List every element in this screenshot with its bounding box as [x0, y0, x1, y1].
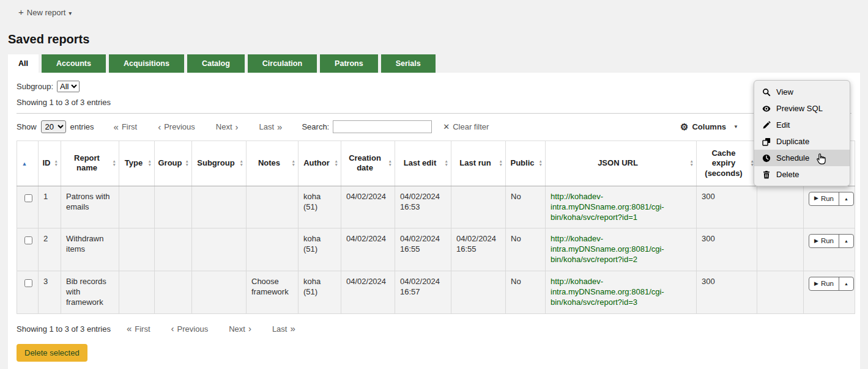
cell-cache-expiry: 300	[697, 228, 757, 271]
saved-reports-panel: Subgroup: All Showing 1 to 3 of 3 entrie…	[8, 73, 860, 369]
new-report-button[interactable]: +New report▾	[18, 8, 72, 17]
pagination-first-button[interactable]: «First	[114, 122, 138, 131]
header-report-name[interactable]: Report name▲▼	[61, 141, 119, 186]
run-menu-toggle[interactable]: ▲	[839, 277, 853, 290]
header-group[interactable]: Group▲▼	[155, 141, 192, 186]
page-length-select[interactable]: 20	[41, 120, 66, 133]
chevron-left-icon: ‹	[171, 325, 174, 332]
entries-label: entries	[70, 122, 94, 131]
cell-last-run	[451, 186, 506, 228]
run-split-button[interactable]: ▶Run▲	[809, 234, 854, 248]
header-json-url-label: JSON URL	[598, 158, 638, 167]
menu-item-delete[interactable]: Delete	[754, 166, 850, 183]
menu-item-label: Duplicate	[776, 137, 809, 146]
cell-cache-expiry: 300	[697, 271, 757, 314]
json-url-link[interactable]: http://kohadev-intra.myDNSname.org:8081/…	[551, 234, 664, 264]
tab-acquisitions[interactable]: Acquisitions	[109, 54, 184, 73]
header-public-label: Public	[510, 158, 534, 167]
menu-item-view[interactable]: View	[754, 84, 850, 100]
header-last-run[interactable]: Last run▲▼	[451, 141, 506, 186]
header-sort-column[interactable]: ▲	[17, 141, 39, 186]
delete-selected-button[interactable]: Delete selected	[17, 344, 87, 362]
toolbar-divider	[17, 113, 851, 114]
tab-accounts[interactable]: Accounts	[42, 54, 106, 73]
run-label: Run	[821, 236, 834, 246]
tab-circulation[interactable]: Circulation	[248, 54, 317, 73]
menu-item-duplicate[interactable]: Duplicate	[754, 133, 850, 150]
pagination-top: «First ‹Previous Next› Last»	[114, 122, 283, 131]
menu-item-preview-sql[interactable]: Preview SQL	[754, 100, 850, 117]
menu-item-schedule[interactable]: Schedule	[754, 150, 850, 166]
double-chevron-left-icon: «	[114, 123, 119, 131]
cell-actions: ▶Run▲	[804, 228, 855, 271]
pagination-next-button[interactable]: Next›	[229, 324, 251, 334]
trash-icon	[762, 170, 771, 179]
pagination-next-button[interactable]: Next›	[216, 122, 239, 131]
new-report-label: New report	[27, 8, 66, 17]
tab-catalog[interactable]: Catalog	[187, 54, 245, 73]
header-creation-date[interactable]: Creation date▲▼	[341, 141, 395, 186]
cell-creation-date: 04/02/2024	[341, 271, 395, 314]
header-author-label: Author	[303, 158, 330, 167]
header-author[interactable]: Author▲▼	[299, 141, 341, 186]
caret-down-icon: ▾	[69, 10, 72, 16]
row-select-checkbox[interactable]	[24, 279, 32, 287]
subgroup-label: Subgroup:	[17, 82, 53, 91]
run-split-button[interactable]: ▶Run▲	[809, 277, 854, 291]
header-public[interactable]: Public▲▼	[506, 141, 546, 186]
plus-icon: +	[18, 7, 24, 17]
header-notes[interactable]: Notes▲▼	[247, 141, 299, 186]
columns-settings-button[interactable]: ⚙ Columns ▼	[680, 122, 738, 131]
cell-report-name: Bib records with framework	[61, 271, 119, 314]
run-split-button[interactable]: ▶Run▲	[809, 192, 854, 206]
json-url-link[interactable]: http://kohadev-intra.myDNSname.org:8081/…	[551, 192, 664, 222]
clear-filter-label: Clear filter	[453, 122, 489, 131]
sort-icon: ▲▼	[499, 159, 503, 167]
pagination-last-button[interactable]: Last»	[259, 122, 283, 131]
cell-creation-date: 04/02/2024	[341, 228, 395, 271]
header-subgroup[interactable]: Subgroup▲▼	[192, 141, 247, 186]
menu-item-label: Preview SQL	[776, 104, 823, 113]
tab-serials[interactable]: Serials	[381, 54, 436, 73]
search-input[interactable]	[333, 120, 432, 133]
entries-info-bottom: Showing 1 to 3 of 3 entries	[17, 324, 111, 334]
cell-select	[17, 228, 39, 271]
clear-filter-button[interactable]: ✕ Clear filter	[443, 122, 489, 131]
menu-item-label: Schedule	[776, 153, 809, 163]
cell-subgroup	[192, 228, 247, 271]
row-select-checkbox[interactable]	[24, 194, 32, 202]
run-menu-toggle[interactable]: ▲	[839, 192, 853, 205]
cell-last-edit: 04/02/2024 16:53	[395, 186, 451, 228]
pagination-first-button[interactable]: «First	[127, 324, 150, 334]
search-control: Search:	[302, 120, 432, 133]
cell-json-url: http://kohadev-intra.myDNSname.org:8081/…	[546, 271, 697, 314]
row-select-checkbox[interactable]	[24, 236, 32, 244]
play-icon: ▶	[814, 195, 818, 202]
tab-patrons[interactable]: Patrons	[320, 54, 378, 73]
run-menu-toggle[interactable]: ▲	[839, 235, 853, 247]
cell-id: 1	[39, 186, 61, 228]
header-cache-expiry[interactable]: Cache expiry (seconds)▲▼	[697, 141, 757, 186]
pagination-last-button[interactable]: Last»	[272, 324, 295, 334]
pagination-previous-button[interactable]: ‹Previous	[158, 122, 195, 131]
tab-all[interactable]: All	[8, 54, 39, 73]
cell-select	[17, 186, 39, 228]
gear-icon: ⚙	[680, 123, 688, 131]
subgroup-filter-row: Subgroup: All	[17, 81, 851, 92]
cell-group	[155, 228, 192, 271]
table-header-row: ▲ ID▲▼ Report name▲▼ Type▲▼ Group▲▼ Subg…	[17, 141, 855, 186]
pagination-previous-button[interactable]: ‹Previous	[171, 324, 209, 334]
header-json-url[interactable]: JSON URL▲▼	[546, 141, 697, 186]
header-last-edit[interactable]: Last edit▲▼	[395, 141, 451, 186]
cell-group	[155, 186, 192, 228]
eye-icon	[762, 104, 771, 113]
menu-item-edit[interactable]: Edit	[754, 117, 850, 133]
cell-report-name: Withdrawn items	[61, 228, 119, 271]
header-type[interactable]: Type▲▼	[119, 141, 155, 186]
subgroup-select[interactable]: All	[57, 81, 80, 92]
header-id[interactable]: ID▲▼	[39, 141, 61, 186]
clear-x-icon: ✕	[443, 122, 450, 131]
json-url-link[interactable]: http://kohadev-intra.myDNSname.org:8081/…	[551, 277, 664, 307]
show-label: Show	[17, 122, 37, 131]
play-icon: ▶	[814, 280, 818, 288]
